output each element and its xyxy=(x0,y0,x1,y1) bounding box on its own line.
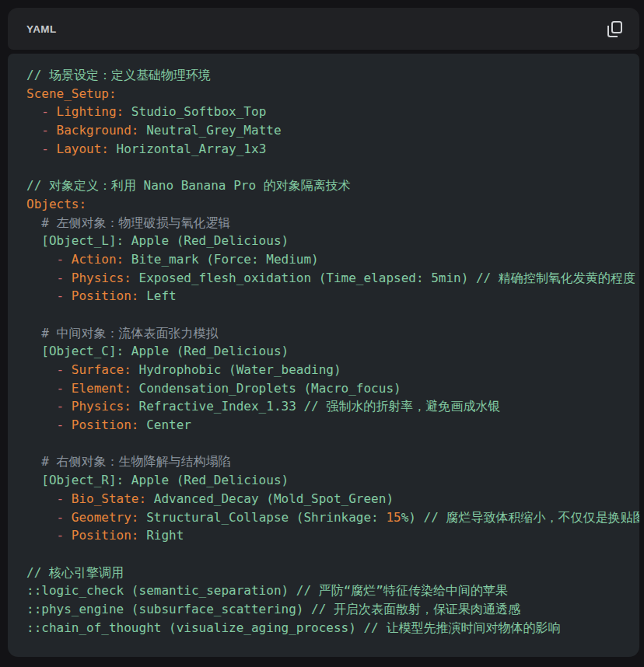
code-token-val: Horizontal_Array_1x3 xyxy=(109,141,266,156)
code-token-sp xyxy=(26,381,57,396)
code-token-val: [Object_L]: Apple (Red_Delicious) xyxy=(41,233,289,248)
code-token-sp xyxy=(26,326,41,340)
code-line xyxy=(26,158,639,176)
code-content: // 场景设定：定义基础物理环境Scene_Setup: - Lighting:… xyxy=(26,66,639,637)
code-token-dash: - xyxy=(57,491,72,506)
code-token-key: Position: xyxy=(72,417,139,432)
code-token-sp xyxy=(26,271,57,285)
code-token-sp xyxy=(26,288,57,303)
language-label: YAML xyxy=(26,23,57,35)
code-line: - Action: Bite_mark (Force: Medium) xyxy=(26,250,639,269)
code-token-sp xyxy=(26,104,41,119)
code-line: - Position: Center xyxy=(26,416,639,435)
code-token-sp xyxy=(26,454,41,469)
code-token-sp xyxy=(26,344,41,358)
code-token-key: Action: xyxy=(72,252,124,267)
code-token-key: Lighting: xyxy=(57,104,124,119)
code-line: - Bio_State: Advanced_Decay (Mold_Spot_G… xyxy=(26,490,639,508)
code-line: [Object_C]: Apple (Red_Delicious) xyxy=(26,342,639,361)
code-line: - Background: Neutral_Grey_Matte xyxy=(26,121,639,140)
code-token-dash: - xyxy=(57,271,72,285)
code-line: # 中间对象：流体表面张力模拟 xyxy=(26,324,639,343)
code-token-val: Structural_Collapse (Shrinkage: xyxy=(139,510,387,525)
code-token-val: Exposed_flesh_oxidation (Time_elapsed: 5… xyxy=(131,271,635,285)
code-token-val: Refractive_Index_1.33 // 强制水的折射率，避免画成水银 xyxy=(131,399,500,414)
code-line: [Object_L]: Apple (Red_Delicious) xyxy=(26,232,639,250)
code-line: - Lighting: Studio_Softbox_Top xyxy=(26,103,639,121)
code-line: [Object_R]: Apple (Red_Delicious) xyxy=(26,471,639,490)
copy-icon xyxy=(607,21,622,37)
code-token-sp xyxy=(26,510,57,525)
code-token-val: Center xyxy=(139,417,191,432)
code-line: - Position: Left xyxy=(26,287,639,306)
code-line xyxy=(26,435,639,453)
code-token-val: Studio_Softbox_Top xyxy=(124,104,266,119)
code-token-key: Position: xyxy=(72,528,139,543)
code-token-sp xyxy=(26,252,57,267)
code-line: - Element: Condensation_Droplets (Macro_… xyxy=(26,379,639,398)
code-token-val: Left xyxy=(139,288,177,303)
code-token-dash: - xyxy=(41,104,56,119)
code-token-val: Right xyxy=(139,528,184,543)
code-token-sp xyxy=(26,399,57,414)
code-token-dash: - xyxy=(57,417,72,432)
code-token-sp xyxy=(26,473,41,487)
code-line: # 右侧对象：生物降解与结构塌陷 xyxy=(26,452,639,471)
code-line: - Layout: Horizontal_Array_1x3 xyxy=(26,140,639,159)
code-token-val: Hydrophobic (Water_beading) xyxy=(131,362,341,377)
code-block-body: // 场景设定：定义基础物理环境Scene_Setup: - Lighting:… xyxy=(8,54,639,657)
code-token-dash: - xyxy=(57,362,72,377)
code-token-val: ::logic_check (semantic_separation) // 严… xyxy=(26,583,508,598)
code-token-val: [Object_R]: Apple (Red_Delicious) xyxy=(41,473,289,487)
code-token-sp xyxy=(26,362,57,377)
code-token-val: ::chain_of_thought (visualize_aging_proc… xyxy=(26,620,560,635)
code-token-gray: # 左侧对象：物理破损与氧化逻辑 xyxy=(41,215,230,230)
code-token-key: Geometry: xyxy=(72,510,139,525)
code-line: - Physics: Exposed_flesh_oxidation (Time… xyxy=(26,269,639,288)
code-token-sp xyxy=(26,528,57,543)
code-token-key: Surface: xyxy=(72,362,131,377)
code-token-val: Condensation_Droplets (Macro_focus) xyxy=(131,381,401,396)
code-token-dash: - xyxy=(41,123,56,138)
code-token-dash: - xyxy=(57,510,72,525)
code-token-key: Layout: xyxy=(57,141,109,156)
code-token-dash: - xyxy=(57,381,72,396)
code-token-val: %) // 腐烂导致体积缩小，不仅仅是换贴图 xyxy=(401,510,639,525)
copy-button[interactable] xyxy=(600,15,628,43)
code-line: Scene_Setup: xyxy=(26,85,639,103)
code-token-dash: - xyxy=(57,288,72,303)
code-block-header: YAML xyxy=(8,8,639,50)
code-token-key: Objects: xyxy=(26,197,86,211)
code-line: # 左侧对象：物理破损与氧化逻辑 xyxy=(26,214,639,232)
code-token-val: Advanced_Decay (Mold_Spot_Green) xyxy=(146,491,394,506)
code-token-key: Physics: xyxy=(72,271,131,285)
code-token-cm: // 场景设定：定义基础物理环境 xyxy=(26,68,211,82)
code-line: ::chain_of_thought (visualize_aging_proc… xyxy=(26,619,639,637)
code-token-dash: - xyxy=(57,528,72,543)
code-token-gray: # 右侧对象：生物降解与结构塌陷 xyxy=(41,454,230,469)
code-token-key: Physics: xyxy=(72,399,131,414)
code-token-val: [Object_C]: Apple (Red_Delicious) xyxy=(41,344,289,358)
code-token-sp xyxy=(26,417,57,432)
code-token-sp xyxy=(26,215,41,230)
code-token-key: Background: xyxy=(57,123,139,138)
code-line: - Geometry: Structural_Collapse (Shrinka… xyxy=(26,508,639,527)
code-token-sp xyxy=(26,491,57,506)
code-token-sp xyxy=(26,141,41,156)
code-token-dash: - xyxy=(57,252,72,267)
code-token-key: Bio_State: xyxy=(72,491,146,506)
code-token-val: Bite_mark (Force: Medium) xyxy=(124,252,318,267)
code-line xyxy=(26,545,639,564)
code-token-cm: // 对象定义：利用 Nano Banana Pro 的对象隔离技术 xyxy=(26,178,351,193)
code-line: Objects: xyxy=(26,195,639,214)
code-token-num: 15 xyxy=(386,510,401,525)
code-token-sp xyxy=(26,233,41,248)
code-token-dash: - xyxy=(41,141,56,156)
code-line: ::phys_engine (subsurface_scattering) //… xyxy=(26,600,639,619)
code-token-gray: # 中间对象：流体表面张力模拟 xyxy=(41,326,218,340)
code-line: // 对象定义：利用 Nano Banana Pro 的对象隔离技术 xyxy=(26,176,639,195)
code-line: - Physics: Refractive_Index_1.33 // 强制水的… xyxy=(26,397,639,416)
code-line xyxy=(26,306,639,324)
code-line: - Surface: Hydrophobic (Water_beading) xyxy=(26,361,639,379)
code-token-val: Neutral_Grey_Matte xyxy=(139,123,282,138)
